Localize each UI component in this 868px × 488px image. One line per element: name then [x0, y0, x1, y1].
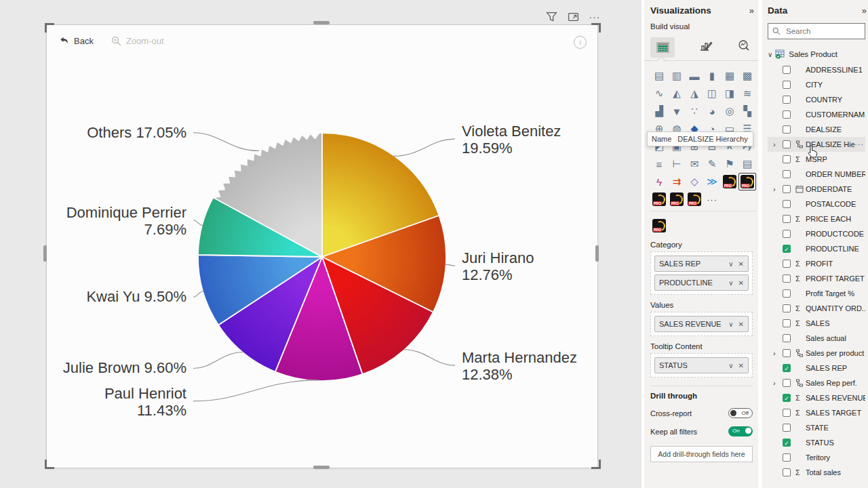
tab-analytics[interactable] [737, 39, 751, 56]
field-checkbox[interactable]: ✓ [783, 439, 791, 447]
field-checkbox[interactable] [783, 409, 791, 417]
funnel-chart-icon[interactable]: ▼ [668, 102, 686, 120]
report-canvas[interactable]: ··· Back Zoom-out i Violeta Benitez19.59… [0, 0, 642, 488]
selection-handle-bottom[interactable] [313, 466, 330, 469]
100-stacked-column-chart-icon[interactable]: ▩ [738, 67, 756, 85]
chevron-down-icon[interactable]: ∨ [768, 51, 772, 58]
stacked-area-chart-icon[interactable]: ◮ [686, 85, 703, 102]
collapse-pane-icon[interactable]: » [749, 5, 753, 16]
cross-report-toggle[interactable]: Off [728, 408, 753, 418]
field-checkbox[interactable] [783, 424, 791, 432]
field-well-productline[interactable]: PRODUCTLINE∨✕ [654, 274, 749, 291]
field-row-quantity-ord-[interactable]: ΣQUANTITY ORD... [768, 301, 865, 316]
field-row-orderdate[interactable]: ›ORDERDATE [768, 182, 865, 197]
field-row-productline[interactable]: ✓PRODUCTLINE [768, 241, 865, 256]
selection-handle-bottom-left[interactable] [45, 460, 54, 469]
field-row-customername[interactable]: CUSTOMERNAME [768, 107, 865, 122]
field-checkbox[interactable] [783, 215, 791, 223]
field-checkbox[interactable] [783, 289, 791, 298]
custom-pro-visual-icon-2[interactable]: PRO [738, 173, 756, 190]
field-checkbox[interactable] [783, 274, 791, 283]
field-checkbox[interactable] [783, 125, 791, 134]
custom-pro-visual-icon-5[interactable]: PRO [686, 190, 703, 208]
field-checkbox[interactable] [783, 110, 791, 119]
custom-visual-icon-2[interactable]: ≫ [703, 173, 721, 190]
field-row-status[interactable]: ✓STATUS [768, 435, 865, 450]
field-row-teritory[interactable]: Teritory [768, 450, 865, 465]
field-checkbox[interactable] [783, 260, 791, 268]
field-checkbox[interactable]: ✓ [783, 245, 791, 253]
custom-pro-visual-icon-3[interactable]: PRO [650, 190, 668, 208]
custom-pro-visual-icon-4[interactable]: PRO [668, 190, 686, 208]
table-node-sales-product[interactable]: ∨ Sales Product [768, 47, 865, 61]
selection-handle-top-left[interactable] [45, 23, 54, 33]
pie-chart-icon[interactable]: ◕ [703, 102, 721, 120]
custom-visual-icon-1[interactable]: ◇ [686, 173, 703, 190]
scatter-chart-icon[interactable]: ∵ [686, 102, 703, 120]
stacked-bar-chart-icon[interactable]: ▤ [650, 67, 668, 85]
field-row-price-each[interactable]: ΣPRICE EACH [768, 211, 865, 226]
smart-narrative-icon[interactable]: ✎ [703, 155, 721, 173]
field-checkbox[interactable] [783, 319, 791, 327]
field-well-sales-revenue[interactable]: SALES REVENUE∨✕ [654, 316, 749, 332]
field-row-country[interactable]: COUNTRY [768, 92, 865, 107]
filter-icon[interactable] [544, 9, 559, 24]
field-checkbox[interactable] [783, 334, 791, 342]
field-row-total-sales[interactable]: ΣTotal sales [768, 465, 865, 480]
field-row-dealsize[interactable]: DEALSIZE [768, 122, 865, 137]
field-checkbox[interactable]: ✓ [783, 394, 791, 402]
line-clustered-column-chart-icon[interactable]: ◨ [721, 85, 738, 102]
paginated-report-icon[interactable]: ▤ [738, 155, 756, 173]
search-input[interactable] [785, 26, 861, 36]
field-checkbox[interactable] [783, 453, 791, 462]
power-automate-icon[interactable]: ⇉ [668, 173, 686, 190]
field-row-addressline1[interactable]: ADDRESSLINE1 [768, 62, 865, 77]
collapse-data-pane-icon[interactable]: » [862, 5, 865, 16]
field-row-profit-target-[interactable]: Profit Target % [768, 286, 865, 301]
key-influencers-icon[interactable]: ≡ [650, 155, 668, 173]
line-stacked-column-chart-icon[interactable]: ◫ [703, 85, 721, 102]
field-checkbox[interactable] [783, 81, 791, 89]
field-row-state[interactable]: STATE [768, 420, 865, 435]
field-row-city[interactable]: CITY [768, 77, 865, 92]
clustered-column-chart-icon[interactable]: ▮ [703, 67, 721, 85]
field-checkbox[interactable] [783, 379, 791, 387]
stacked-column-chart-icon[interactable]: ▥ [668, 67, 686, 85]
expand-chevron-icon[interactable]: › [773, 349, 776, 357]
selection-handle-top-right[interactable] [591, 23, 601, 33]
keep-all-filters-toggle[interactable]: On [728, 426, 753, 436]
qna-icon[interactable]: ✉ [686, 155, 703, 173]
field-row-profit-target[interactable]: ΣPROFIT TARGET [768, 271, 865, 286]
field-row-profit[interactable]: ΣPROFIT [768, 256, 865, 271]
field-well-sales-rep[interactable]: SALES REP∨✕ [654, 256, 749, 272]
field-row-sales-actual[interactable]: Sales actual [768, 331, 865, 346]
field-row-sales-per-product[interactable]: ›Sales per product [768, 346, 865, 361]
expand-chevron-icon[interactable]: › [773, 185, 776, 193]
custom-pro-visual-icon-1[interactable]: PRO [721, 173, 738, 190]
100-stacked-bar-chart-icon[interactable]: ▦ [721, 67, 738, 85]
field-row-productcode[interactable]: PRODUCTCODE [768, 226, 865, 241]
field-well-status[interactable]: STATUS∨✕ [654, 357, 749, 373]
custom-pro-visual-icon-6[interactable]: PRO [650, 217, 668, 235]
expand-chevron-icon[interactable]: › [773, 379, 776, 387]
focus-mode-icon[interactable] [566, 9, 580, 24]
selection-handle-right[interactable] [595, 245, 599, 262]
area-chart-icon[interactable]: ◭ [668, 85, 686, 102]
waterfall-chart-icon[interactable]: ▟ [650, 102, 668, 120]
ribbon-chart-icon[interactable]: ≋ [738, 85, 756, 102]
treemap-icon[interactable]: ▚ [738, 102, 756, 120]
search-box[interactable] [768, 23, 865, 39]
field-checkbox[interactable] [783, 140, 791, 148]
selection-handle-left[interactable] [43, 245, 47, 262]
tab-format-visual[interactable] [699, 39, 713, 56]
pie-chart-visual[interactable]: Back Zoom-out i Violeta Benitez19.59%Jur… [46, 24, 598, 468]
more-visual-options[interactable]: ··· [703, 190, 721, 208]
field-checkbox[interactable] [783, 185, 791, 193]
field-row-postalcode[interactable]: POSTALCODE [768, 197, 865, 211]
pie-chart[interactable]: Violeta Benitez19.59%Juri Hirano12.76%Ma… [47, 25, 597, 468]
field-checkbox[interactable] [783, 96, 791, 104]
expand-chevron-icon[interactable]: › [773, 140, 776, 148]
field-row-sales-target[interactable]: ΣSALES TARGET [768, 405, 865, 420]
tab-build-visual[interactable] [650, 37, 675, 58]
line-chart-icon[interactable]: ∿ [650, 85, 668, 102]
